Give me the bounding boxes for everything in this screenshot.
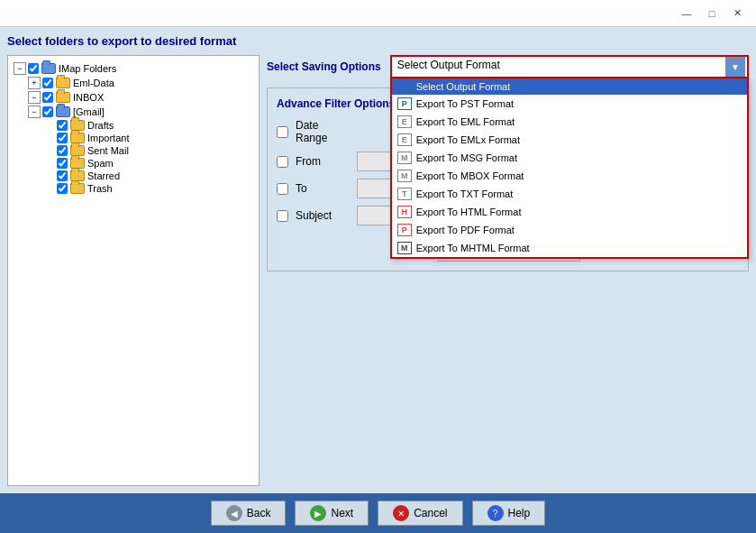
tree-checkbox-starred[interactable] xyxy=(57,170,68,181)
maximize-button[interactable]: □ xyxy=(700,5,724,23)
format-option-select[interactable]: Select Output Format xyxy=(392,78,747,95)
output-format-display[interactable]: Select Output Format xyxy=(390,55,749,78)
format-label-html: Export To HTML Format xyxy=(416,207,522,217)
tree-checkbox-important[interactable] xyxy=(57,133,68,143)
tree-expander-gmail[interactable]: − xyxy=(28,106,41,118)
to-checkbox[interactable] xyxy=(277,183,288,195)
format-label-mhtml: Export To MHTML Format xyxy=(416,243,530,253)
tree-checkbox-gmail[interactable] xyxy=(42,106,53,117)
content-area: −IMap Folders+Eml-Data−INBOX−[Gmail]Draf… xyxy=(7,55,749,486)
output-format-dropdown-wrapper: Select Output Format ▼ Select Output For… xyxy=(390,55,749,78)
format-label-msg: Export To MSG Format xyxy=(416,152,517,163)
date-range-checkbox[interactable] xyxy=(277,126,288,138)
subject-checkbox[interactable] xyxy=(277,210,288,222)
tree-label-inbox: INBOX xyxy=(73,92,104,103)
tree-checkbox-sent-mail[interactable] xyxy=(57,145,68,156)
format-option-mbox[interactable]: MExport To MBOX Format xyxy=(392,167,747,185)
tree-checkbox-imap[interactable] xyxy=(28,63,39,74)
tree-item-starred[interactable]: Starred xyxy=(14,170,253,182)
tree-label-trash: Trash xyxy=(87,183,113,194)
tree-item-important[interactable]: Important xyxy=(14,132,253,144)
tree-checkbox-eml-data[interactable] xyxy=(42,78,53,88)
format-option-pdf[interactable]: PExport To PDF Format xyxy=(392,221,747,239)
tree-item-spam[interactable]: Spam xyxy=(14,157,253,170)
help-label: Help xyxy=(508,507,531,519)
tree-item-trash[interactable]: Trash xyxy=(14,182,253,195)
format-icon-txt: T xyxy=(397,188,412,200)
tree-label-important: Important xyxy=(87,133,129,143)
tree-label-starred: Starred xyxy=(87,170,120,181)
tree-label-drafts: Drafts xyxy=(87,120,114,131)
folder-icon-trash xyxy=(70,183,85,194)
tree-label-gmail: [Gmail] xyxy=(73,106,105,117)
format-icon-msg: M xyxy=(397,152,412,164)
format-option-txt[interactable]: TExport To TXT Format xyxy=(392,185,747,203)
tree-checkbox-trash[interactable] xyxy=(57,183,68,194)
back-label: Back xyxy=(247,507,271,519)
tree-item-imap[interactable]: −IMap Folders xyxy=(14,61,253,76)
next-label: Next xyxy=(331,507,353,519)
output-format-list: Select Output FormatPExport To PST Forma… xyxy=(390,78,749,259)
folder-icon-imap xyxy=(41,63,56,74)
format-label-eml: Export To EML Format xyxy=(416,116,515,127)
format-icon-pdf: P xyxy=(397,224,412,236)
bottom-bar: ◀ Back ▶ Next ✕ Cancel ? Help xyxy=(0,493,756,533)
format-option-msg[interactable]: MExport To MSG Format xyxy=(392,149,747,167)
format-label-select: Select Output Format xyxy=(416,81,511,92)
tree-checkbox-inbox[interactable] xyxy=(42,92,53,103)
saving-options-label: Select Saving Options xyxy=(267,60,381,73)
tree-label-sent-mail: Sent Mail xyxy=(87,145,129,156)
close-button[interactable]: ✕ xyxy=(725,5,749,23)
from-checkbox[interactable] xyxy=(277,156,288,168)
folder-panel: −IMap Folders+Eml-Data−INBOX−[Gmail]Draf… xyxy=(7,55,260,486)
format-icon-pst: P xyxy=(397,97,412,110)
format-option-mhtml[interactable]: MExport To MHTML Format xyxy=(392,239,747,257)
next-button[interactable]: ▶ Next xyxy=(295,501,369,526)
format-option-html[interactable]: HExport To HTML Format xyxy=(392,203,747,221)
format-label-emlx: Export To EMLx Format xyxy=(416,134,520,145)
date-range-label: Date Range xyxy=(296,119,350,144)
folder-icon-eml-data xyxy=(56,78,70,88)
format-label-mbox: Export To MBOX Format xyxy=(416,170,524,181)
cancel-icon: ✕ xyxy=(393,505,409,521)
help-icon: ? xyxy=(487,505,504,521)
tree-expander-eml-data[interactable]: + xyxy=(28,77,41,89)
minimize-button[interactable]: — xyxy=(675,5,698,23)
tree-expander-imap[interactable]: − xyxy=(14,62,26,75)
format-icon-mhtml: M xyxy=(397,242,412,254)
tree-label-eml-data: Eml-Data xyxy=(73,78,114,88)
page-title: Select folders to export to desired form… xyxy=(7,34,749,48)
cancel-button[interactable]: ✕ Cancel xyxy=(378,501,462,526)
next-icon: ▶ xyxy=(310,505,326,521)
tree-label-imap: IMap Folders xyxy=(59,63,116,74)
format-label-pst: Export To PST Format xyxy=(416,98,514,109)
main-content: Select folders to export to desired form… xyxy=(0,27,756,493)
tree-label-spam: Spam xyxy=(87,158,114,169)
format-label-pdf: Export To PDF Format xyxy=(416,225,515,235)
tree-item-sent-mail[interactable]: Sent Mail xyxy=(14,144,253,157)
subject-label: Subject xyxy=(296,209,350,222)
cancel-label: Cancel xyxy=(414,507,447,519)
tree-expander-inbox[interactable]: − xyxy=(28,91,41,104)
format-icon-emlx: E xyxy=(397,133,412,146)
format-option-emlx[interactable]: EExport To EMLx Format xyxy=(392,131,747,149)
format-option-pst[interactable]: PExport To PST Format xyxy=(392,95,747,113)
back-button[interactable]: ◀ Back xyxy=(211,501,287,526)
format-option-eml[interactable]: EExport To EML Format xyxy=(392,113,747,131)
format-label-txt: Export To TXT Format xyxy=(416,188,514,199)
saving-options-row: Select Saving Options Select Output Form… xyxy=(267,55,749,78)
back-icon: ◀ xyxy=(226,505,242,521)
tree-item-gmail[interactable]: −[Gmail] xyxy=(14,105,253,119)
titlebar: — □ ✕ xyxy=(0,0,756,27)
tree-item-drafts[interactable]: Drafts xyxy=(14,119,253,132)
tree-item-inbox[interactable]: −INBOX xyxy=(14,90,253,105)
format-icon-eml: E xyxy=(397,115,412,128)
tree-item-eml-data[interactable]: +Eml-Data xyxy=(14,76,253,90)
tree-checkbox-spam[interactable] xyxy=(57,158,68,169)
tree-checkbox-drafts[interactable] xyxy=(57,120,68,131)
format-icon-mbox: M xyxy=(397,170,412,182)
right-panel: Select Saving Options Select Output Form… xyxy=(267,55,749,486)
from-label: From xyxy=(296,155,350,168)
help-button[interactable]: ? Help xyxy=(472,501,546,526)
format-icon-html: H xyxy=(397,206,412,218)
